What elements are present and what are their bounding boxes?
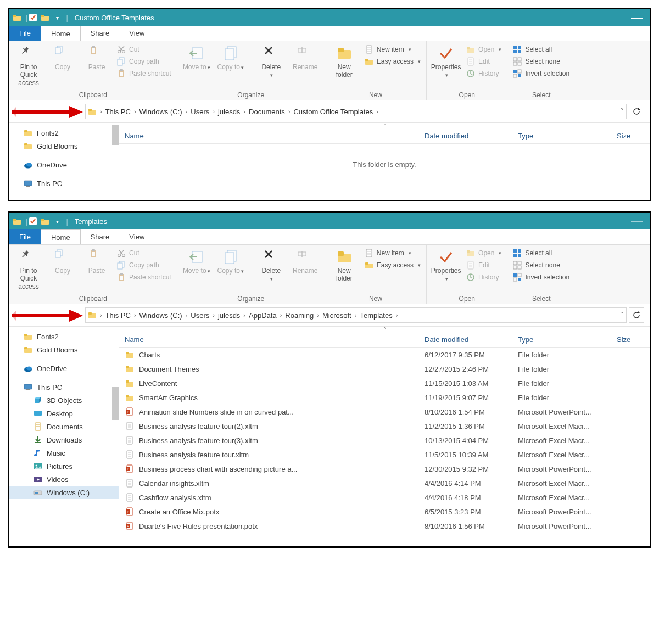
breadcrumb-segment[interactable]: julesds› <box>218 108 248 116</box>
chevron-right-icon[interactable]: › <box>98 312 104 318</box>
breadcrumb-segment[interactable]: julesds› <box>218 311 248 320</box>
properties-qat-icon[interactable] <box>29 217 37 226</box>
column-header-type[interactable]: Type <box>518 132 617 140</box>
address-dropdown-icon[interactable]: ˅ <box>621 311 624 319</box>
tab-file[interactable]: File <box>9 229 41 244</box>
navpane-item[interactable]: Videos <box>9 473 119 486</box>
file-row[interactable]: Create an Office Mix.potx 6/5/2015 3:23 … <box>119 505 650 519</box>
history-button[interactable]: History <box>464 272 504 282</box>
chevron-right-icon[interactable]: › <box>132 108 138 115</box>
new-item-button[interactable]: New item▾ <box>362 44 423 54</box>
column-header-date[interactable]: Date modified <box>425 132 518 140</box>
cut-button[interactable]: Cut <box>115 44 174 54</box>
minimize-button[interactable]: — <box>631 15 646 20</box>
navpane-item[interactable]: Documents <box>9 420 119 433</box>
tab-share[interactable]: Share <box>81 26 120 41</box>
navpane-item[interactable]: OneDrive <box>9 158 119 171</box>
tab-file[interactable]: File <box>9 26 41 41</box>
tab-share[interactable]: Share <box>81 229 120 244</box>
properties-qat-icon[interactable] <box>29 13 37 22</box>
copy-path-button[interactable]: Copy path <box>115 57 174 66</box>
navpane-item[interactable]: Downloads <box>9 433 119 446</box>
copy-button[interactable]: Copy <box>47 43 79 73</box>
navpane-item[interactable]: Music <box>9 446 119 460</box>
copy-to-button[interactable]: Copy to▾ <box>215 247 247 277</box>
breadcrumb-segment[interactable]: Documents› <box>249 108 292 116</box>
copy-path-button[interactable]: Copy path <box>115 260 174 270</box>
column-header-size[interactable]: Size <box>617 335 644 344</box>
copy-to-button[interactable]: Copy to▾ <box>215 43 247 73</box>
titlebar[interactable]: | ▾ | Custom Office Templates — <box>9 9 650 26</box>
invert-selection-button[interactable]: Invert selection <box>511 272 572 282</box>
copy-button[interactable]: Copy <box>47 247 79 277</box>
chevron-right-icon[interactable]: › <box>210 108 217 115</box>
new-folder-button[interactable]: New folder <box>328 43 360 81</box>
navpane-item[interactable]: Gold Blooms <box>9 343 119 356</box>
breadcrumb-segment[interactable]: This PC› <box>105 108 138 116</box>
navpane-item[interactable]: Fonts2 <box>9 126 119 139</box>
column-header-type[interactable]: Type <box>518 335 617 344</box>
navpane-item[interactable]: Windows (C:) <box>9 486 119 499</box>
breadcrumb-segment[interactable]: Custom Office Templates› <box>293 108 380 116</box>
edit-button[interactable]: Edit <box>464 57 504 66</box>
breadcrumb-segment[interactable]: This PC› <box>105 311 138 320</box>
rename-button[interactable]: Rename <box>289 247 321 277</box>
tab-home[interactable]: Home <box>41 229 81 244</box>
file-row[interactable]: Business analysis feature tour(2).xltm 1… <box>119 419 650 433</box>
new-item-button[interactable]: New item▾ <box>362 248 423 258</box>
move-to-button[interactable]: Move to▾ <box>181 43 213 73</box>
paste-shortcut-button[interactable]: Paste shortcut <box>115 69 174 79</box>
chevron-right-icon[interactable]: › <box>374 108 381 115</box>
tab-view[interactable]: View <box>119 229 154 244</box>
move-to-button[interactable]: Move to▾ <box>181 247 213 277</box>
chevron-right-icon[interactable]: › <box>132 312 138 318</box>
folder-qat-icon[interactable] <box>41 217 49 226</box>
breadcrumb-segment[interactable]: Users› <box>191 108 217 116</box>
address-bar[interactable]: ›This PC›Windows (C:)›Users›julesds›Docu… <box>85 104 627 119</box>
chevron-right-icon[interactable]: › <box>286 108 293 115</box>
rename-button[interactable]: Rename <box>289 43 321 73</box>
edit-button[interactable]: Edit <box>464 260 504 270</box>
folder-qat-icon[interactable] <box>41 13 49 22</box>
file-row[interactable]: Calendar insights.xltm 4/4/2016 4:14 PM … <box>119 476 650 490</box>
select-all-button[interactable]: Select all <box>511 248 572 258</box>
paste-button[interactable]: Paste <box>81 43 113 73</box>
navpane-item[interactable]: Desktop <box>9 407 119 420</box>
qat-dropdown-icon[interactable]: ▾ <box>53 13 62 22</box>
column-header-name[interactable]: Name <box>125 132 425 140</box>
chevron-right-icon[interactable]: › <box>278 312 284 318</box>
navpane-item[interactable]: This PC <box>9 380 119 394</box>
breadcrumb-segment[interactable]: Windows (C:)› <box>139 311 190 320</box>
breadcrumb-root-icon[interactable]: › <box>88 107 104 116</box>
minimize-button[interactable]: — <box>631 219 646 224</box>
file-row[interactable]: SmartArt Graphics 11/19/2015 9:07 PM Fil… <box>119 390 650 405</box>
file-row[interactable]: Business analysis feature tour(3).xltm 1… <box>119 433 650 447</box>
chevron-right-icon[interactable]: › <box>394 312 400 318</box>
navpane-item[interactable]: 3D Objects <box>9 394 119 407</box>
chevron-right-icon[interactable]: › <box>98 108 104 115</box>
chevron-right-icon[interactable]: › <box>183 108 190 115</box>
open-button[interactable]: Open▾ <box>464 248 504 258</box>
scrollbar-thumb[interactable] <box>112 125 119 145</box>
refresh-button[interactable] <box>629 104 644 119</box>
file-row[interactable]: Document Themes 12/27/2015 2:46 PM File … <box>119 362 650 376</box>
refresh-button[interactable] <box>629 307 644 323</box>
select-none-button[interactable]: Select none <box>511 260 572 270</box>
column-header-size[interactable]: Size <box>617 132 644 140</box>
address-bar[interactable]: ›This PC›Windows (C:)›Users›julesds›AppD… <box>85 307 627 323</box>
breadcrumb-root-icon[interactable]: › <box>88 311 104 320</box>
breadcrumb-segment[interactable]: Roaming› <box>285 311 321 320</box>
chevron-right-icon[interactable]: › <box>183 312 190 318</box>
file-row[interactable]: Cashflow analysis.xltm 4/4/2016 4:18 PM … <box>119 490 650 505</box>
file-row[interactable]: Business process chart with ascending pi… <box>119 462 650 476</box>
address-dropdown-icon[interactable]: ˅ <box>621 108 624 115</box>
tab-view[interactable]: View <box>119 26 154 41</box>
pin-to-quick-access-button[interactable]: Pin to Quick access <box>13 247 44 293</box>
chevron-right-icon[interactable]: › <box>315 312 321 318</box>
file-row[interactable]: Business analysis feature tour.xltm 11/5… <box>119 447 650 462</box>
select-all-button[interactable]: Select all <box>511 44 572 54</box>
file-row[interactable]: Charts 6/12/2017 9:35 PM File folder <box>119 348 650 362</box>
easy-access-button[interactable]: Easy access▾ <box>362 260 423 270</box>
navigation-pane[interactable]: Fonts2Gold BloomsOneDriveThis PC3D Objec… <box>9 327 119 546</box>
cut-button[interactable]: Cut <box>115 248 174 258</box>
